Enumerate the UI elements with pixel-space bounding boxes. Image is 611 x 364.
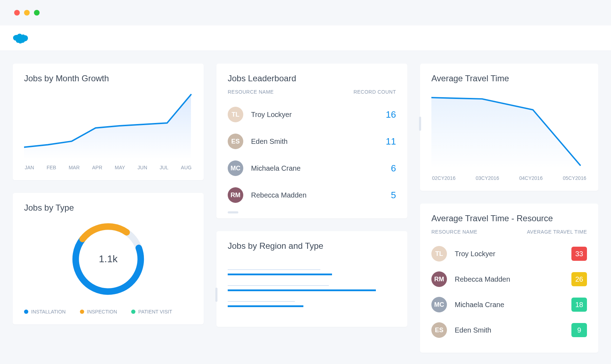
card-avg-travel-time: Average Travel Time 02CY2016 03CY2016 [420, 64, 598, 191]
record-count: 11 [386, 136, 396, 147]
x-tick: FEB [47, 165, 56, 170]
region-bar [228, 301, 396, 307]
app-topbar [0, 25, 611, 51]
column-header-name: RESOURCE NAME [431, 229, 477, 235]
avatar: TL [228, 107, 243, 122]
legend-swatch-icon [80, 310, 84, 314]
x-tick: 04CY2016 [519, 175, 543, 181]
x-tick: MAY [115, 165, 125, 170]
card-jobs-by-region: Jobs by Region and Type [216, 231, 407, 327]
card-jobs-leaderboard: Jobs Leaderboard RESOURCE NAME RECORD CO… [216, 64, 407, 218]
table-row[interactable]: RM Rebecca Madden 26 [431, 266, 587, 292]
card-avg-travel-resource: Average Travel Time - Resource RESOURCE … [420, 204, 598, 353]
avatar: MC [228, 160, 243, 176]
x-tick: 02CY2016 [432, 175, 455, 181]
resource-name: Michaela Crane [251, 164, 391, 172]
x-tick: JUN [138, 165, 147, 170]
record-count: 16 [386, 109, 396, 120]
legend-label: INSTALLATION [31, 309, 66, 315]
x-tick: APR [92, 165, 102, 170]
card-title: Jobs by Region and Type [228, 241, 396, 251]
scroll-indicator-icon[interactable] [215, 288, 217, 302]
column-header-time: AVERAGE TRAVEL TIME [527, 229, 587, 235]
cloud-logo-icon [13, 33, 28, 43]
table-row[interactable]: MC Michaela Crane 6 [228, 155, 396, 182]
record-count: 5 [391, 190, 396, 201]
card-title: Jobs by Type [24, 203, 192, 213]
column-header-name: RESOURCE NAME [228, 89, 274, 95]
avatar: RM [431, 271, 447, 287]
legend-item: INSTALLATION [24, 309, 66, 315]
legend-swatch-icon [131, 310, 135, 314]
x-tick: JUL [159, 165, 168, 170]
status-badge: 33 [571, 247, 587, 261]
avatar: ES [228, 134, 243, 149]
resource-name: Rebecca Madden [251, 191, 391, 199]
scroll-indicator-icon[interactable] [228, 211, 238, 213]
minimize-icon[interactable] [24, 10, 30, 16]
card-jobs-by-month: Jobs by Month Growth JAN FEB MAR [13, 64, 204, 180]
x-axis: JAN FEB MAR APR MAY JUN JUL AUG [24, 165, 192, 170]
legend-item: INSPECTION [80, 309, 117, 315]
x-tick: 05CY2016 [563, 175, 586, 181]
table-row[interactable]: RM Rebecca Madden 5 [228, 182, 396, 209]
table-row[interactable]: MC Michaela Crane 18 [431, 292, 587, 317]
status-badge: 26 [571, 272, 587, 286]
column-header-count: RECORD COUNT [354, 89, 396, 95]
x-axis: 02CY2016 03CY2016 04CY2016 05CY2016 [431, 175, 587, 181]
resource-name: Eden Smith [455, 326, 571, 334]
line-chart [431, 89, 587, 170]
legend-label: PATIENT VISIT [138, 309, 172, 315]
card-title: Jobs Leaderboard [228, 74, 396, 83]
x-tick: 03CY2016 [476, 175, 499, 181]
table-row[interactable]: TL Troy Lockyer 16 [228, 101, 396, 128]
avatar: RM [228, 187, 243, 203]
card-title: Jobs by Month Growth [24, 74, 192, 83]
avatar: TL [431, 246, 447, 262]
x-tick: MAR [69, 165, 80, 170]
resource-name: Michaela Crane [455, 301, 571, 309]
legend-label: INSPECTION [87, 309, 117, 315]
record-count: 6 [391, 163, 396, 174]
legend-item: PATIENT VISIT [131, 309, 172, 315]
table-row[interactable]: TL Troy Lockyer 33 [431, 241, 587, 266]
avatar: MC [431, 297, 447, 312]
status-badge: 18 [571, 298, 587, 312]
maximize-icon[interactable] [34, 10, 40, 16]
table-row[interactable]: ES Eden Smith 9 [431, 317, 587, 343]
avatar: ES [431, 322, 447, 338]
window-titlebar [0, 0, 611, 25]
donut-center-label: 1.1k [68, 218, 149, 300]
close-icon[interactable] [14, 10, 20, 16]
x-tick: AUG [181, 165, 192, 170]
resource-name: Troy Lockyer [455, 250, 571, 258]
dashboard-grid: Jobs by Month Growth JAN FEB MAR [0, 51, 611, 364]
resource-name: Eden Smith [251, 137, 386, 146]
card-title: Average Travel Time - Resource [431, 213, 587, 223]
status-badge: 9 [571, 323, 587, 337]
line-chart [24, 89, 192, 160]
card-title: Average Travel Time [431, 74, 587, 83]
legend: INSTALLATION INSPECTION PATIENT VISIT [24, 309, 192, 315]
legend-swatch-icon [24, 310, 28, 314]
scroll-indicator-icon[interactable] [419, 117, 421, 131]
region-bar [228, 269, 396, 275]
x-tick: JAN [25, 165, 34, 170]
table-row[interactable]: ES Eden Smith 11 [228, 128, 396, 155]
region-bar [228, 285, 396, 291]
resource-name: Rebecca Madden [455, 275, 571, 283]
card-jobs-by-type: Jobs by Type 1.1k INSTALLATION [13, 193, 204, 324]
resource-name: Troy Lockyer [251, 111, 386, 119]
